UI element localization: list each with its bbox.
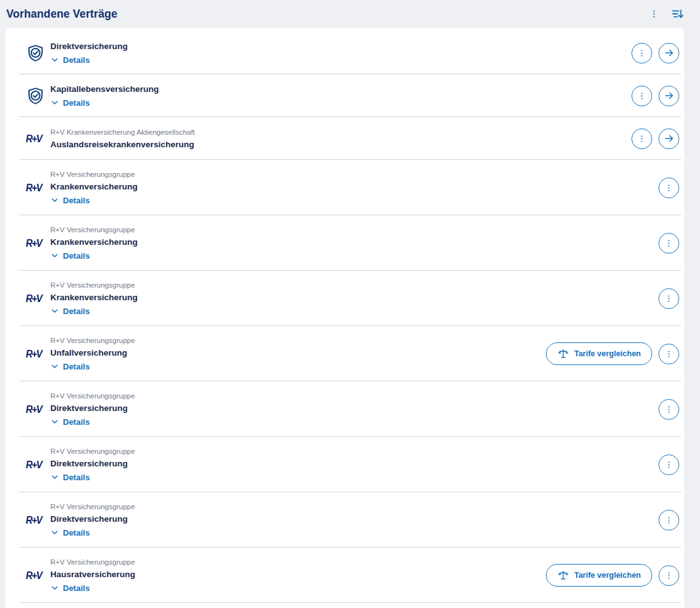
rv-logo: R+V (26, 348, 42, 359)
details-label: Details (63, 305, 90, 317)
rv-logo: R+V (26, 403, 42, 415)
row-kebab-button[interactable] (658, 399, 679, 420)
details-toggle[interactable]: Details (50, 250, 90, 262)
details-label: Details (63, 361, 90, 373)
contract-provider: R+V Versicherungsgruppe (50, 169, 658, 179)
details-toggle[interactable]: Details (50, 97, 90, 109)
chevron-down-icon (50, 196, 59, 205)
contract-icon-cell: R+V (26, 238, 50, 249)
contract-text: R+V Krankenversicherung Aktiengesellscha… (50, 127, 631, 150)
row-kebab-button[interactable] (631, 43, 652, 64)
contract-row: R+V R+V Versicherungsgruppe Unfallversic… (5, 326, 684, 381)
chevron-down-icon (50, 307, 59, 315)
row-arrow-button[interactable] (658, 86, 679, 106)
row-kebab-button[interactable] (658, 565, 679, 586)
compare-tariffs-button[interactable]: Tarife vergleichen (546, 564, 652, 587)
contract-row: R+V R+V Versicherungsgruppe Direktversic… (5, 381, 684, 437)
row-arrow-button[interactable] (658, 128, 679, 149)
contract-row: R+V R+V Versicherungsgruppe Krankenversi… (5, 215, 684, 271)
contract-icon-cell (26, 43, 50, 63)
contract-title: Kapitallebensversicherung (50, 83, 631, 95)
row-kebab-button[interactable] (658, 233, 679, 254)
contract-text: Direktversicherung Details (50, 40, 631, 66)
contract-provider: R+V Versicherungsgruppe (50, 391, 658, 401)
contract-row: R+V R+V Versicherungsgruppe Krankenversi… (5, 160, 684, 215)
row-kebab-button[interactable] (631, 128, 652, 149)
chevron-down-icon (50, 98, 59, 107)
details-label: Details (63, 471, 90, 483)
contract-provider: R+V Versicherungsgruppe (50, 280, 658, 290)
contract-provider: R+V Krankenversicherung Aktiengesellscha… (50, 127, 631, 137)
row-kebab-button[interactable] (658, 344, 679, 364)
details-toggle[interactable]: Details (50, 194, 90, 206)
header-kebab-menu-icon[interactable] (647, 7, 661, 21)
contract-provider: R+V Versicherungsgruppe (50, 557, 546, 567)
contract-icon-cell: R+V (26, 515, 50, 526)
row-kebab-button[interactable] (658, 177, 679, 198)
row-kebab-button[interactable] (658, 510, 679, 531)
sort-icon[interactable] (670, 6, 686, 22)
chevron-down-icon (50, 528, 59, 537)
details-label: Details (63, 250, 90, 262)
contract-row: Kapitallebensversicherung Details (5, 74, 684, 117)
contract-row: R+V R+V Versicherungsgruppe Krankenversi… (5, 271, 684, 326)
row-actions (658, 399, 679, 420)
details-toggle[interactable]: Details (50, 527, 90, 539)
contract-row: R+V R+V Versicherungsgruppe Direktversic… (5, 437, 684, 492)
contracts-card: Direktversicherung Details (5, 28, 684, 608)
row-kebab-button[interactable] (658, 288, 679, 309)
contract-icon-cell: R+V (26, 133, 50, 144)
chevron-down-icon (50, 362, 59, 371)
contract-row: Direktversicherung Details (5, 31, 684, 74)
chevron-down-icon (50, 55, 59, 64)
compare-tariffs-button[interactable]: Tarife vergleichen (546, 342, 652, 365)
compare-tariffs-label: Tarife vergleichen (574, 349, 641, 358)
rv-logo: R+V (26, 293, 42, 304)
details-toggle[interactable]: Details (50, 471, 90, 483)
details-toggle[interactable]: Details (50, 582, 90, 594)
row-actions (631, 128, 679, 149)
contract-provider: R+V Versicherungsgruppe (50, 335, 546, 346)
rv-logo: R+V (26, 570, 42, 581)
details-toggle[interactable]: Details (50, 305, 90, 317)
shield-check-icon (26, 43, 45, 63)
details-toggle[interactable]: Details (50, 361, 90, 373)
contract-text: R+V Versicherungsgruppe Unfallversicheru… (50, 335, 546, 373)
scales-icon (557, 348, 569, 360)
contract-text: R+V Versicherungsgruppe Krankenversicher… (50, 280, 658, 317)
details-toggle[interactable]: Details (50, 416, 90, 428)
rv-logo: R+V (26, 182, 42, 193)
contract-text: R+V Versicherungsgruppe Direktversicheru… (50, 391, 658, 428)
contract-row: R+V R+V Krankenversicherung Aktiengesell… (5, 117, 684, 160)
row-actions (658, 177, 679, 198)
chevron-down-icon (50, 473, 59, 481)
contract-text: R+V Versicherungsgruppe Hausratversicher… (50, 557, 546, 594)
contract-icon-cell: R+V (26, 459, 50, 470)
details-toggle[interactable]: Details (50, 54, 90, 66)
details-label: Details (63, 527, 90, 539)
contract-icon-cell: R+V (26, 293, 50, 304)
page-header: Vorhandene Verträge (0, 0, 700, 25)
contract-icon-cell: R+V (26, 570, 50, 581)
row-kebab-button[interactable] (631, 86, 652, 106)
row-actions (631, 86, 679, 106)
row-actions (658, 233, 679, 254)
contract-text: R+V Versicherungsgruppe Krankenversicher… (50, 225, 658, 262)
contract-icon-cell: R+V (26, 183, 50, 193)
rv-logo: R+V (26, 237, 42, 249)
contract-provider: R+V Versicherungsgruppe (50, 225, 658, 235)
contract-title: Direktversicherung (50, 40, 631, 52)
details-label: Details (63, 582, 90, 594)
row-actions (631, 43, 679, 64)
contract-text: Kapitallebensversicherung Details (50, 83, 631, 109)
contract-title: Krankenversicherung (50, 236, 658, 248)
row-kebab-button[interactable] (658, 454, 679, 475)
contract-title: Unfallversicherung (50, 347, 546, 359)
details-label: Details (63, 54, 90, 66)
row-arrow-button[interactable] (658, 43, 679, 64)
details-label: Details (63, 194, 90, 206)
page-title: Vorhandene Verträge (6, 8, 118, 21)
contract-row: R+V R+V Versicherungsgruppe Hausratversi… (5, 548, 684, 603)
shield-check-icon (26, 86, 45, 106)
row-actions (658, 288, 679, 309)
